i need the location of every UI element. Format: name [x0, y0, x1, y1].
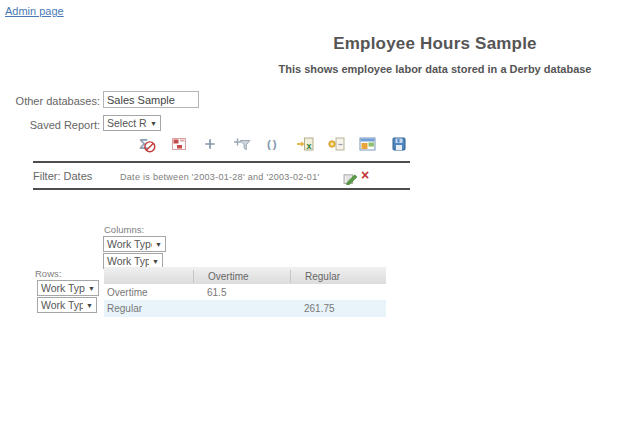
- rows-level-value: Work Type: [41, 299, 83, 311]
- svg-text:x: x: [306, 141, 311, 151]
- filter-divider-top: [33, 161, 410, 163]
- svg-text:(): (): [267, 138, 279, 150]
- other-databases-label: Other databases:: [0, 95, 100, 107]
- page-title: Employee Hours Sample: [285, 34, 585, 54]
- rows-dimension-select[interactable]: Work Types ▼: [37, 280, 99, 296]
- row-label: Regular: [104, 303, 193, 314]
- table-header-row: Overtime Regular: [104, 267, 386, 284]
- table-row: Overtime 61.5: [104, 284, 386, 300]
- other-databases-input[interactable]: [103, 91, 199, 108]
- columns-label: Columns:: [104, 224, 144, 235]
- export-excel-icon[interactable]: x: [295, 134, 315, 154]
- add-icon[interactable]: [200, 134, 220, 154]
- chevron-down-icon: ▼: [152, 258, 159, 265]
- column-header-regular: Regular: [290, 270, 386, 283]
- rows-dimension-value: Work Types: [41, 282, 85, 294]
- edit-filter-icon[interactable]: [343, 170, 358, 185]
- app-window: Admin page Employee Hours Sample This sh…: [0, 0, 640, 424]
- column-header-overtime: Overtime: [193, 270, 290, 283]
- pivot-icon[interactable]: [169, 134, 189, 154]
- filter-divider-bottom: [33, 188, 410, 190]
- saved-report-select[interactable]: Select Repor ▼: [103, 115, 161, 131]
- row-label: Overtime: [104, 287, 193, 298]
- columns-dimension-select[interactable]: Work Types ▼: [103, 236, 166, 252]
- chevron-down-icon: ▼: [88, 285, 95, 292]
- chevron-down-icon: ▼: [86, 302, 93, 309]
- chart-icon[interactable]: [358, 134, 378, 154]
- pivot-toolbar: Σ (): [137, 132, 409, 156]
- columns-level-value: Work Type: [107, 255, 149, 267]
- no-totals-icon[interactable]: Σ: [137, 134, 157, 154]
- table-row: Regular 261.75: [104, 300, 386, 317]
- filter-expression: Date is between '2003-01-28' and '2003-0…: [120, 172, 320, 182]
- filter-label: Filter: Dates: [33, 170, 92, 182]
- page-subtitle: This shows employee labor data stored in…: [270, 63, 600, 75]
- columns-dimension-value: Work Types: [107, 238, 152, 250]
- chevron-down-icon: ▼: [155, 241, 162, 248]
- remove-filter-icon[interactable]: ×: [361, 166, 369, 184]
- add-filter-icon[interactable]: [232, 134, 252, 154]
- mdx-icon[interactable]: (): [263, 134, 283, 154]
- chevron-down-icon: ▼: [150, 120, 157, 127]
- cell-value: 261.75: [290, 303, 386, 314]
- saved-report-value: Select Repor: [107, 117, 147, 129]
- pivot-table: Overtime Regular Overtime 61.5 Regular 2…: [104, 267, 386, 317]
- rows-label: Rows:: [35, 268, 61, 279]
- rows-level-select[interactable]: Work Type ▼: [37, 297, 97, 313]
- export-icon[interactable]: [326, 134, 346, 154]
- cell-value: 61.5: [193, 287, 290, 298]
- admin-page-link[interactable]: Admin page: [5, 5, 64, 17]
- save-icon[interactable]: [389, 134, 409, 154]
- saved-report-label: Saved Report:: [0, 119, 100, 131]
